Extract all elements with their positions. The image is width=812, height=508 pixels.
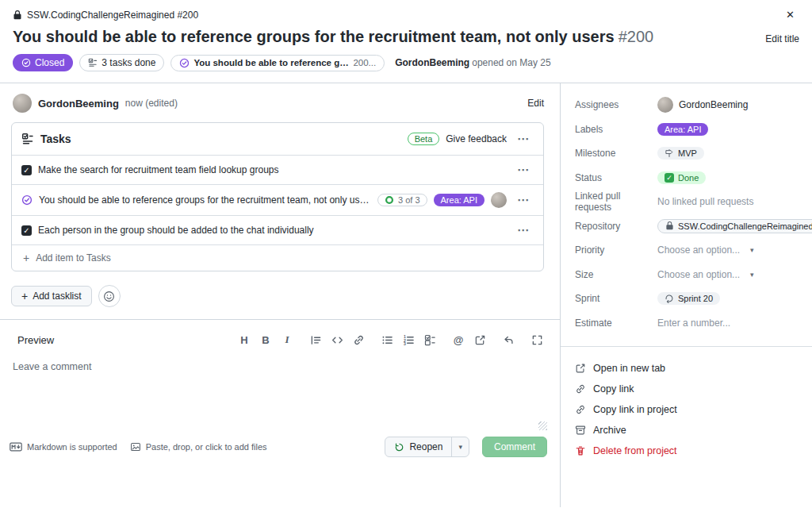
close-icon[interactable]: ✕ <box>781 7 799 22</box>
plus-icon: + <box>23 252 29 264</box>
reopen-dropdown-button[interactable]: ▾ <box>451 437 469 456</box>
fullscreen-icon[interactable] <box>530 333 544 347</box>
tasklist-title: Tasks <box>40 133 71 145</box>
avatar <box>657 97 673 113</box>
reopen-button[interactable]: Reopen <box>385 437 451 456</box>
milestone-icon <box>665 148 674 158</box>
unordered-list-icon[interactable] <box>380 333 394 347</box>
give-feedback-link[interactable]: Give feedback <box>446 133 507 144</box>
archive-action[interactable]: Archive <box>575 420 812 441</box>
issue-closed-icon <box>21 194 33 206</box>
open-in-new-tab-action[interactable]: Open in new tab <box>575 358 812 379</box>
chevron-down-icon: ▾ <box>750 271 754 279</box>
task-menu-button[interactable]: ⋯ <box>513 223 534 237</box>
attach-files-button[interactable]: Paste, drop, or click to add files <box>130 441 267 452</box>
reply-icon[interactable] <box>501 333 515 347</box>
italic-icon[interactable]: I <box>280 333 294 347</box>
heading-icon[interactable]: H <box>237 333 251 347</box>
task-menu-button[interactable]: ⋯ <box>513 193 534 207</box>
sprint-name: Sprint 20 <box>678 294 713 303</box>
field-label: Sprint <box>575 293 657 304</box>
field-label: Milestone <box>575 148 657 159</box>
linked-prs-value: No linked pull requests <box>657 196 753 207</box>
cross-reference-icon[interactable] <box>473 333 487 347</box>
tasklist-actions: + Add tasklist <box>0 271 560 319</box>
tracked-issue-title: You should be able to reference groups f… <box>193 58 349 67</box>
page-title: You should be able to reference groups f… <box>13 28 653 46</box>
action-label: Open in new tab <box>593 363 665 374</box>
image-icon <box>130 441 141 452</box>
avatar[interactable] <box>491 192 507 208</box>
chevron-down-icon: ▾ <box>458 443 462 451</box>
open-in-new-tab-icon <box>575 363 586 374</box>
status-name: Done <box>678 173 699 183</box>
markdown-supported-note[interactable]: Markdown is supported <box>10 441 117 453</box>
tracked-in-issue-pill[interactable]: You should be able to reference groups f… <box>170 55 385 71</box>
assignee-value[interactable]: GordonBeeming <box>657 97 748 113</box>
field-label: Priority <box>575 244 657 256</box>
edit-title-button[interactable]: Edit title <box>765 28 799 44</box>
task-progress-pill: 3 of 3 <box>377 194 427 206</box>
issue-number: #200 <box>619 28 654 45</box>
tasklist-card: Tasks Beta Give feedback ⋯ ✓ Make the se… <box>11 122 544 271</box>
status-badge[interactable]: ✓ Done <box>657 171 706 184</box>
checkbox-checked-icon[interactable]: ✓ <box>21 225 32 236</box>
delete-from-project-action[interactable]: Delete from project <box>575 441 812 461</box>
mention-icon[interactable]: @ <box>451 333 465 347</box>
sprint-pill[interactable]: Sprint 20 <box>657 292 720 305</box>
comment-input[interactable] <box>0 353 560 421</box>
repository-name: SSW.CodingChallengeReimagined <box>678 221 812 231</box>
size-select[interactable]: Choose an option...▾ <box>657 269 754 280</box>
formatting-toolbar: H B I 123 <box>237 333 544 347</box>
opened-author[interactable]: GordonBeeming <box>395 57 469 68</box>
opened-date: opened on May 25 <box>472 57 550 68</box>
resize-grip[interactable] <box>538 421 547 430</box>
add-tasklist-button[interactable]: + Add tasklist <box>11 286 92 306</box>
checkbox-checked-icon[interactable]: ✓ <box>21 165 32 175</box>
repo-issue-ref: SSW.CodingChallengeReimagined #200 <box>27 10 198 21</box>
milestone-pill[interactable]: MVP <box>657 147 704 160</box>
assignee-name: GordonBeeming <box>679 99 748 110</box>
comment-button[interactable]: Comment <box>482 437 547 457</box>
add-item-to-tasklist[interactable]: + Add item to Tasks <box>12 244 543 271</box>
task-text: Each person in the group should be added… <box>38 225 507 236</box>
copy-link-action[interactable]: Copy link <box>575 379 812 399</box>
bold-icon[interactable]: B <box>259 333 273 347</box>
reopen-label: Reopen <box>409 441 442 452</box>
comment-timestamp: now (edited) <box>125 98 178 109</box>
code-icon[interactable] <box>330 333 344 347</box>
tab-preview[interactable]: Preview <box>17 334 54 346</box>
task-text: Make the search for recruitment team fie… <box>38 164 507 175</box>
quote-icon[interactable] <box>308 333 323 347</box>
svg-text:3: 3 <box>403 341 405 346</box>
sidebar-field-milestone: Milestone MVP <box>575 141 812 166</box>
copy-link-in-project-action[interactable]: Copy link in project <box>575 399 812 420</box>
repository-pill[interactable]: SSW.CodingChallengeReimagined <box>657 219 812 233</box>
composer-toolbar-row: Preview H B I <box>0 320 560 353</box>
emoji-reaction-button[interactable] <box>98 285 121 307</box>
action-label: Copy link in project <box>593 404 677 415</box>
comment-author[interactable]: GordonBeeming <box>38 98 119 110</box>
attach-files-label: Paste, drop, or click to add files <box>146 442 267 452</box>
ordered-list-icon[interactable]: 123 <box>401 333 416 347</box>
task-list-icon[interactable] <box>423 333 437 347</box>
estimate-input[interactable]: Enter a number... <box>657 318 730 329</box>
task-row: ✓ Make the search for recruitment team f… <box>12 155 543 184</box>
issue-closed-icon <box>21 58 31 67</box>
comment-edit-button[interactable]: Edit <box>527 98 544 109</box>
tasklist-menu-button[interactable]: ⋯ <box>513 132 534 146</box>
priority-select[interactable]: Choose an option...▾ <box>657 244 754 256</box>
field-label: Assignees <box>575 99 657 110</box>
task-issue-title: You should be able to reference groups f… <box>39 194 371 206</box>
beta-badge: Beta <box>408 133 440 145</box>
tasks-done-pill[interactable]: 3 tasks done <box>79 54 164 71</box>
sidebar-field-size: Size Choose an option...▾ <box>575 263 812 287</box>
trash-icon <box>575 445 586 456</box>
task-issue-link[interactable]: You should be able to reference groups f… <box>39 194 371 206</box>
avatar[interactable] <box>13 94 32 113</box>
link-icon[interactable] <box>351 333 366 347</box>
label-badge[interactable]: Area: API <box>434 194 485 206</box>
sidebar-field-status: Status ✓ Done <box>575 166 812 190</box>
task-menu-button[interactable]: ⋯ <box>513 163 534 177</box>
label-badge[interactable]: Area: API <box>657 123 708 136</box>
